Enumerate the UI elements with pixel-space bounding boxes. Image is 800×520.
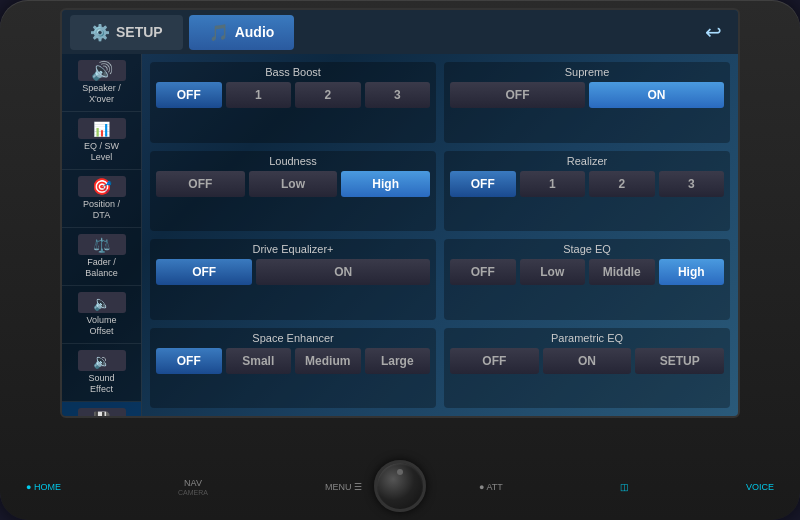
stage-eq-high[interactable]: High <box>659 259 725 285</box>
audio-memory-thumb: 💾 <box>78 408 126 416</box>
fader-thumb: ⚖️ <box>78 234 126 255</box>
parametric-eq-group: Parametric EQ OFF ON SETUP <box>444 328 730 409</box>
supreme-on[interactable]: ON <box>589 82 724 108</box>
voice-button[interactable]: VOICE <box>746 482 774 492</box>
volume-thumb: 🔈 <box>78 292 126 313</box>
tab-audio[interactable]: 🎵 Audio <box>189 15 295 50</box>
nav-label: NAV <box>184 478 202 488</box>
setup-icon: ⚙️ <box>90 23 110 42</box>
space-enhancer-off[interactable]: OFF <box>156 348 222 374</box>
stage-eq-group: Stage EQ OFF Low Middle High <box>444 239 730 320</box>
sidebar-item-volume[interactable]: 🔈 VolumeOffset <box>62 286 141 344</box>
realizer-3[interactable]: 3 <box>659 171 725 197</box>
bottom-bar: ● HOME NAV CAMERA MENU ☰ ● ATT ◫ VOICE <box>10 460 790 514</box>
bass-boost-1[interactable]: 1 <box>226 82 292 108</box>
stage-eq-off[interactable]: OFF <box>450 259 516 285</box>
parametric-eq-title: Parametric EQ <box>551 332 623 344</box>
sidebar-item-speaker[interactable]: 🔊 Speaker /X'over <box>62 54 141 112</box>
sound-thumb: 🔉 <box>78 350 126 371</box>
sidebar-item-position[interactable]: 🎯 Position /DTA <box>62 170 141 228</box>
space-enhancer-title: Space Enhancer <box>252 332 333 344</box>
home-button[interactable]: ● HOME <box>26 482 61 492</box>
knob-container <box>374 460 426 512</box>
realizer-buttons: OFF 1 2 3 <box>450 171 724 197</box>
stage-eq-title: Stage EQ <box>563 243 611 255</box>
position-thumb: 🎯 <box>78 176 126 197</box>
back-button[interactable]: ↩ <box>697 16 730 48</box>
sidebar: 🔊 Speaker /X'over 📊 EQ / SWLevel 🎯 Posit… <box>62 54 142 416</box>
drive-eq-title: Drive Equalizer+ <box>252 243 333 255</box>
audio-memory-icon: 💾 <box>93 411 110 416</box>
bass-boost-off[interactable]: OFF <box>156 82 222 108</box>
source-button[interactable]: ◫ <box>620 482 629 492</box>
sidebar-label-eq: EQ / SWLevel <box>84 141 119 163</box>
loudness-off[interactable]: OFF <box>156 171 245 197</box>
sidebar-item-fader[interactable]: ⚖️ Fader /Balance <box>62 228 141 286</box>
content-area: 🔊 Speaker /X'over 📊 EQ / SWLevel 🎯 Posit… <box>62 54 738 416</box>
tab-bar: ⚙️ SETUP 🎵 Audio ↩ <box>62 10 738 54</box>
menu-label: MENU ☰ <box>325 482 362 492</box>
bass-boost-group: Bass Boost OFF 1 2 3 <box>150 62 436 143</box>
source-label: ◫ <box>620 482 629 492</box>
loudness-group: Loudness OFF Low High <box>150 151 436 232</box>
tab-setup-label: SETUP <box>116 24 163 40</box>
supreme-group: Supreme OFF ON <box>444 62 730 143</box>
bass-boost-buttons: OFF 1 2 3 <box>156 82 430 108</box>
main-panel: Bass Boost OFF 1 2 3 Supreme OFF ON <box>142 54 738 416</box>
realizer-title: Realizer <box>567 155 607 167</box>
loudness-buttons: OFF Low High <box>156 171 430 197</box>
bass-boost-3[interactable]: 3 <box>365 82 431 108</box>
stage-eq-buttons: OFF Low Middle High <box>450 259 724 285</box>
parametric-eq-on[interactable]: ON <box>543 348 632 374</box>
parametric-eq-off[interactable]: OFF <box>450 348 539 374</box>
camera-label: CAMERA <box>178 489 208 496</box>
voice-label: VOICE <box>746 482 774 492</box>
realizer-2[interactable]: 2 <box>589 171 655 197</box>
menu-button[interactable]: MENU ☰ <box>325 482 362 492</box>
device-chassis: ⚙️ SETUP 🎵 Audio ↩ 🔊 Speaker /X'over <box>0 0 800 520</box>
eq-icon: 📊 <box>93 121 110 137</box>
sidebar-item-eq[interactable]: 📊 EQ / SWLevel <box>62 112 141 170</box>
space-enhancer-medium[interactable]: Medium <box>295 348 361 374</box>
space-enhancer-buttons: OFF Small Medium Large <box>156 348 430 374</box>
space-enhancer-group: Space Enhancer OFF Small Medium Large <box>150 328 436 409</box>
sidebar-label-speaker: Speaker /X'over <box>82 83 121 105</box>
audio-icon: 🎵 <box>209 23 229 42</box>
parametric-eq-buttons: OFF ON SETUP <box>450 348 724 374</box>
tab-audio-label: Audio <box>235 24 275 40</box>
bass-boost-2[interactable]: 2 <box>295 82 361 108</box>
sidebar-item-sound[interactable]: 🔉 SoundEffect <box>62 344 141 402</box>
eq-thumb: 📊 <box>78 118 126 139</box>
space-enhancer-small[interactable]: Small <box>226 348 292 374</box>
drive-eq-buttons: OFF ON <box>156 259 430 285</box>
sidebar-label-fader: Fader /Balance <box>85 257 118 279</box>
sidebar-label-volume: VolumeOffset <box>86 315 116 337</box>
att-label: ● ATT <box>479 482 503 492</box>
space-enhancer-large[interactable]: Large <box>365 348 431 374</box>
sidebar-item-audio-memory[interactable]: 💾 AudioMemory <box>62 402 141 416</box>
volume-knob[interactable] <box>374 460 426 512</box>
realizer-group: Realizer OFF 1 2 3 <box>444 151 730 232</box>
drive-eq-on[interactable]: ON <box>256 259 430 285</box>
stage-eq-low[interactable]: Low <box>520 259 586 285</box>
realizer-off[interactable]: OFF <box>450 171 516 197</box>
stage-eq-middle[interactable]: Middle <box>589 259 655 285</box>
drive-eq-group: Drive Equalizer+ OFF ON <box>150 239 436 320</box>
drive-eq-off[interactable]: OFF <box>156 259 252 285</box>
loudness-low[interactable]: Low <box>249 171 338 197</box>
tab-setup[interactable]: ⚙️ SETUP <box>70 15 183 50</box>
screen: ⚙️ SETUP 🎵 Audio ↩ 🔊 Speaker /X'over <box>60 8 740 418</box>
sidebar-label-sound: SoundEffect <box>88 373 114 395</box>
home-dot: ● HOME <box>26 482 61 492</box>
supreme-buttons: OFF ON <box>450 82 724 108</box>
att-button[interactable]: ● ATT <box>479 482 503 492</box>
supreme-off[interactable]: OFF <box>450 82 585 108</box>
parametric-eq-setup[interactable]: SETUP <box>635 348 724 374</box>
nav-button[interactable]: NAV CAMERA <box>178 478 208 496</box>
loudness-title: Loudness <box>269 155 317 167</box>
home-label: HOME <box>34 482 61 492</box>
loudness-high[interactable]: High <box>341 171 430 197</box>
supreme-title: Supreme <box>565 66 610 78</box>
realizer-1[interactable]: 1 <box>520 171 586 197</box>
sound-icon: 🔉 <box>93 353 110 369</box>
